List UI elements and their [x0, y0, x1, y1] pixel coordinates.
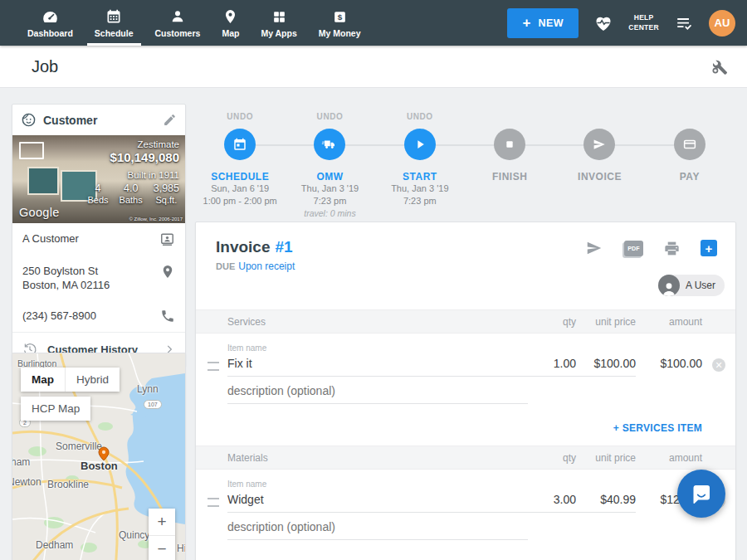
street-view-icon[interactable]: [19, 142, 44, 159]
service-amount: $100.00: [636, 357, 702, 377]
assignee-chip[interactable]: A User: [658, 275, 725, 296]
step-pay: PAY: [645, 112, 735, 220]
map-label-lynn: Lynn: [137, 383, 159, 395]
map-label-quincy: Quincy: [119, 529, 149, 541]
step-invoice: INVOICE: [554, 112, 644, 220]
amount-column-header: amount: [636, 316, 702, 328]
edit-pencil-icon[interactable]: [163, 113, 177, 127]
customer-address-row: 250 Boylston St Boston, MA 02116: [12, 256, 185, 300]
nav-label: Map: [222, 28, 239, 38]
delete-item-icon[interactable]: ✕: [712, 358, 725, 372]
pdf-icon[interactable]: PDF: [624, 241, 643, 256]
invoice-number[interactable]: #1: [275, 238, 292, 256]
customer-name-row: A Customer: [12, 223, 185, 256]
map-label-ham: ham: [12, 456, 30, 468]
item-name-label: Item name: [196, 480, 735, 489]
nav-label: My Money: [319, 28, 361, 38]
pay-step-button[interactable]: [674, 129, 706, 160]
amount-column-header: amount: [636, 452, 702, 464]
help-center-line1: HELP: [628, 13, 659, 22]
property-stats: 4Beds 4.0Baths 3,985Sq.ft.: [88, 183, 180, 205]
step-date: Sun, Jan 6 '19: [211, 183, 269, 195]
service-description-input[interactable]: [227, 382, 528, 404]
material-description-input[interactable]: [227, 518, 528, 540]
invoice-step-button[interactable]: [583, 129, 615, 160]
zoom-out-button[interactable]: −: [149, 535, 175, 560]
nav-tab-customers[interactable]: Customers: [144, 0, 212, 46]
map-label-brookline: Brookline: [47, 479, 89, 490]
drag-handle-icon[interactable]: [208, 362, 219, 371]
phone-icon[interactable]: [160, 309, 175, 324]
material-name-input[interactable]: [227, 490, 528, 513]
contact-card-icon[interactable]: [159, 231, 175, 247]
schedule-step-button[interactable]: [224, 129, 256, 160]
play-icon: [413, 137, 427, 152]
service-qty-input[interactable]: [528, 354, 576, 377]
add-services-item-link[interactable]: + SERVICES ITEM: [613, 422, 702, 434]
nav-label: Dashboard: [27, 28, 73, 38]
add-invoice-icon[interactable]: +: [701, 240, 717, 256]
plus-icon: +: [523, 16, 531, 30]
omw-step-button[interactable]: [314, 129, 345, 160]
user-avatar[interactable]: AU: [709, 10, 735, 37]
undo-schedule-button[interactable]: UNDO: [227, 112, 253, 124]
money-icon: $: [332, 7, 348, 26]
step-date: Thu, Jan 3 '19: [301, 183, 359, 195]
step-start: UNDO START Thu, Jan 3 '19 7:23 pm: [375, 112, 465, 220]
baths-value: 4.0: [120, 183, 143, 194]
add-services-item-row: + SERVICES ITEM: [196, 404, 735, 446]
address-line2: Boston, MA 02116: [22, 278, 154, 292]
help-center-link[interactable]: HELP CENTER: [628, 13, 659, 32]
nav-tab-map[interactable]: Map: [211, 0, 250, 46]
activity-feed-icon[interactable]: [674, 14, 694, 32]
new-button[interactable]: + NEW: [507, 8, 579, 38]
nav-tab-dashboard[interactable]: Dashboard: [17, 0, 84, 46]
location-pin-icon[interactable]: [160, 264, 175, 280]
undo-omw-button[interactable]: UNDO: [317, 112, 344, 124]
material-qty-input[interactable]: [528, 490, 576, 513]
nav-tab-schedule[interactable]: Schedule: [84, 0, 144, 46]
step-label: START: [403, 171, 437, 183]
step-travel-time: travel: 0 mins: [304, 207, 355, 220]
nav-tab-my-money[interactable]: $ My Money: [308, 0, 372, 46]
map-type-hybrid-button[interactable]: Hybrid: [65, 368, 120, 392]
nav-tab-my-apps[interactable]: My Apps: [250, 0, 307, 46]
due-value-link[interactable]: Upon receipt: [238, 261, 295, 272]
send-icon: [592, 137, 607, 152]
start-step-button[interactable]: [404, 129, 436, 160]
map-type-map-button[interactable]: Map: [21, 368, 65, 392]
assignee-name: A User: [686, 280, 715, 291]
undo-start-button[interactable]: UNDO: [407, 112, 433, 124]
customer-card: Customer Zestimate $10,149,080 Built in …: [12, 104, 186, 367]
job-tools-icon[interactable]: [710, 57, 729, 76]
job-location-marker[interactable]: [97, 446, 110, 461]
service-unit-price-input[interactable]: [576, 354, 636, 377]
map-pin-icon: [222, 7, 238, 26]
step-finish: FINISH: [465, 112, 554, 220]
beds-label: Beds: [88, 195, 109, 205]
drag-handle-icon[interactable]: [208, 498, 219, 507]
nav-label: Schedule: [95, 28, 134, 38]
map-zoom-control: + −: [149, 509, 175, 560]
zoom-in-button[interactable]: +: [149, 509, 175, 535]
finish-step-button[interactable]: [494, 129, 525, 160]
material-unit-price-input[interactable]: [576, 490, 636, 513]
property-photo: Zestimate $10,149,080 Built in 1911 4Bed…: [12, 135, 185, 223]
send-invoice-icon[interactable]: [584, 239, 604, 257]
chat-bubble-button[interactable]: [677, 470, 725, 518]
unit-price-column-header: unit price: [576, 316, 636, 328]
hcp-map-button[interactable]: HCP Map: [21, 397, 90, 421]
truck-icon: [321, 137, 338, 152]
apps-grid-icon: [271, 7, 287, 26]
print-icon[interactable]: [663, 240, 681, 257]
top-navigation: Dashboard Schedule Customers Map My Apps: [0, 0, 747, 46]
map-label-somerville: Somerville: [56, 441, 102, 452]
calendar-icon: [232, 137, 247, 152]
job-workflow-steps: UNDO SCHEDULE Sun, Jan 6 '19 1:00 pm - 2…: [195, 112, 735, 216]
service-name-input[interactable]: [227, 354, 528, 377]
section-title: Services: [227, 316, 528, 328]
section-title: Materials: [227, 452, 528, 464]
health-pulse-icon[interactable]: [593, 13, 613, 33]
invoice-toolbar: PDF +: [584, 239, 717, 257]
address-line1: 250 Boylston St: [22, 264, 154, 278]
